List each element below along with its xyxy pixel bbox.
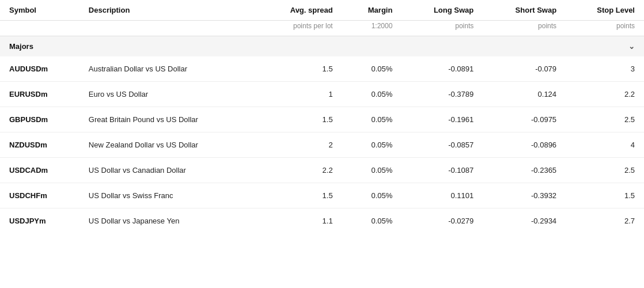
cell-margin: 0.05% <box>342 107 402 132</box>
subheader-short-swap: points <box>483 21 566 36</box>
cell-symbol: EURUSDm <box>0 82 79 107</box>
col-short-swap: Short Swap <box>483 0 566 21</box>
cell-avg-spread: 2.2 <box>257 158 342 183</box>
section-collapse-button[interactable]: ⌄ <box>566 36 644 57</box>
cell-description: New Zealand Dollar vs US Dollar <box>79 132 257 158</box>
subheader-margin: 1:2000 <box>342 21 402 36</box>
cell-description: US Dollar vs Japanese Yen <box>79 209 257 234</box>
cell-symbol: NZDUSDm <box>0 132 79 158</box>
table-container: Symbol Description Avg. spread Margin Lo… <box>0 0 644 288</box>
section-header-row[interactable]: Majors ⌄ <box>0 36 644 57</box>
cell-symbol: USDJPYm <box>0 209 79 234</box>
subheader-long-swap: points <box>401 21 483 36</box>
cell-symbol: GBPUSDm <box>0 107 79 132</box>
cell-stop-level: 4 <box>566 132 644 158</box>
cell-long-swap: -0.3789 <box>401 82 483 107</box>
col-margin: Margin <box>342 0 402 21</box>
cell-description: US Dollar vs Swiss Franc <box>79 183 257 209</box>
subheader-symbol <box>0 21 79 36</box>
table-row: GBPUSDm Great Britain Pound vs US Dollar… <box>0 107 644 132</box>
column-header-row: Symbol Description Avg. spread Margin Lo… <box>0 0 644 21</box>
cell-symbol: USDCHFm <box>0 183 79 209</box>
table-row: USDCADm US Dollar vs Canadian Dollar 2.2… <box>0 158 644 183</box>
subheader-description <box>79 21 257 36</box>
cell-description: Euro vs US Dollar <box>79 82 257 107</box>
cell-description: Great Britain Pound vs US Dollar <box>79 107 257 132</box>
cell-long-swap: -0.1087 <box>401 158 483 183</box>
cell-short-swap: -0.2365 <box>483 158 566 183</box>
cell-avg-spread: 1.5 <box>257 56 342 82</box>
cell-avg-spread: 2 <box>257 132 342 158</box>
cell-margin: 0.05% <box>342 132 402 158</box>
table-body: Majors ⌄ AUDUSDm Australian Dollar vs US… <box>0 36 644 234</box>
subheader-stop-level: points <box>566 21 644 36</box>
cell-margin: 0.05% <box>342 209 402 234</box>
cell-margin: 0.05% <box>342 82 402 107</box>
subheader-avg-spread: points per lot <box>257 21 342 36</box>
section-header-label: Majors <box>0 36 566 57</box>
table-row: USDJPYm US Dollar vs Japanese Yen 1.1 0.… <box>0 209 644 234</box>
cell-long-swap: 0.1101 <box>401 183 483 209</box>
table-row: NZDUSDm New Zealand Dollar vs US Dollar … <box>0 132 644 158</box>
cell-short-swap: -0.0975 <box>483 107 566 132</box>
col-stop-level: Stop Level <box>566 0 644 21</box>
cell-margin: 0.05% <box>342 183 402 209</box>
cell-avg-spread: 1.5 <box>257 183 342 209</box>
cell-long-swap: -0.1961 <box>401 107 483 132</box>
cell-symbol: AUDUSDm <box>0 56 79 82</box>
column-subheader-row: points per lot 1:2000 points points poin… <box>0 21 644 36</box>
col-description: Description <box>79 0 257 21</box>
cell-stop-level: 2.5 <box>566 107 644 132</box>
cell-short-swap: 0.124 <box>483 82 566 107</box>
cell-long-swap: -0.0857 <box>401 132 483 158</box>
cell-symbol: USDCADm <box>0 158 79 183</box>
cell-avg-spread: 1.1 <box>257 209 342 234</box>
table-row: EURUSDm Euro vs US Dollar 1 0.05% -0.378… <box>0 82 644 107</box>
cell-stop-level: 2.2 <box>566 82 644 107</box>
col-avg-spread: Avg. spread <box>257 0 342 21</box>
cell-long-swap: -0.0891 <box>401 56 483 82</box>
table-row: USDCHFm US Dollar vs Swiss Franc 1.5 0.0… <box>0 183 644 209</box>
cell-stop-level: 2.7 <box>566 209 644 234</box>
data-table: Symbol Description Avg. spread Margin Lo… <box>0 0 644 233</box>
col-long-swap: Long Swap <box>401 0 483 21</box>
cell-stop-level: 3 <box>566 56 644 82</box>
col-symbol: Symbol <box>0 0 79 21</box>
cell-long-swap: -0.0279 <box>401 209 483 234</box>
cell-short-swap: -0.079 <box>483 56 566 82</box>
cell-stop-level: 2.5 <box>566 158 644 183</box>
cell-description: US Dollar vs Canadian Dollar <box>79 158 257 183</box>
cell-short-swap: -0.3932 <box>483 183 566 209</box>
cell-avg-spread: 1.5 <box>257 107 342 132</box>
table-row: AUDUSDm Australian Dollar vs US Dollar 1… <box>0 56 644 82</box>
cell-short-swap: -0.2934 <box>483 209 566 234</box>
cell-avg-spread: 1 <box>257 82 342 107</box>
cell-margin: 0.05% <box>342 158 402 183</box>
cell-short-swap: -0.0896 <box>483 132 566 158</box>
cell-margin: 0.05% <box>342 56 402 82</box>
cell-description: Australian Dollar vs US Dollar <box>79 56 257 82</box>
cell-stop-level: 1.5 <box>566 183 644 209</box>
